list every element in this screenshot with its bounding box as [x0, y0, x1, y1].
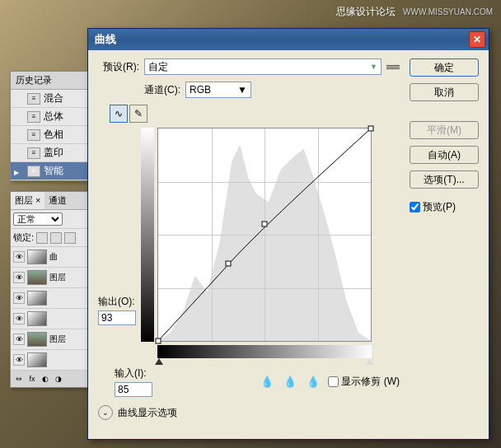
- watermark-text: 思缘设计论坛: [336, 6, 396, 17]
- curve-graph[interactable]: [157, 128, 372, 342]
- curve-point[interactable]: [368, 126, 374, 132]
- preset-value: 自定: [148, 60, 168, 74]
- curve-line: [158, 128, 371, 341]
- blend-mode[interactable]: 正常: [11, 210, 88, 228]
- tab-layers[interactable]: 图层 ×: [11, 192, 44, 209]
- black-point-handle[interactable]: [155, 358, 163, 365]
- visibility-icon[interactable]: 👁: [13, 251, 25, 263]
- layer-thumb[interactable]: [27, 250, 47, 264]
- layers-toolbar: ⇔ fx ◐ ◑: [11, 371, 88, 387]
- layer-row[interactable]: 👁: [11, 288, 88, 309]
- lock-label: 锁定:: [13, 231, 34, 244]
- layer-row[interactable]: 👁: [11, 350, 88, 371]
- watermark-site: WWW.MISSYUAN.COM: [403, 7, 493, 16]
- preset-label: 预设(R):: [98, 60, 139, 74]
- link-icon[interactable]: ⇔: [13, 373, 25, 385]
- visibility-icon[interactable]: 👁: [13, 292, 25, 304]
- white-eyedropper-icon[interactable]: 💧: [305, 375, 321, 390]
- layers-tabs: 图层 × 通道: [11, 192, 88, 210]
- layer-row[interactable]: 👁图层: [11, 329, 88, 350]
- channel-select[interactable]: RGB ▼: [185, 82, 251, 98]
- dialog-title: 曲线: [95, 32, 116, 47]
- curves-dialog: 曲线 ✕ 预设(R): 自定 ▼ 通道(C): RGB ▼ ∿ ✎: [87, 28, 489, 440]
- auto-button[interactable]: 自动(A): [410, 146, 479, 164]
- layers-panel: 图层 × 通道 正常 锁定: 👁曲 👁图层 👁 👁 👁图层 👁 ⇔ fx ◐ ◑: [10, 191, 89, 388]
- vertical-gradient: [141, 128, 154, 342]
- smooth-button: 平滑(M): [410, 121, 479, 139]
- curve-display-options: 曲线显示选项: [118, 406, 177, 420]
- history-tab-label: 历史记录: [16, 74, 52, 86]
- show-clipping-checkbox[interactable]: 显示修剪 (W): [328, 375, 400, 389]
- black-eyedropper-icon[interactable]: 💧: [259, 375, 275, 390]
- lock-transparent-icon[interactable]: [36, 232, 48, 244]
- preview-checkbox[interactable]: 预览(P): [410, 200, 479, 214]
- visibility-icon[interactable]: 👁: [13, 313, 25, 324]
- layer-thumb[interactable]: [27, 270, 47, 285]
- layer-thumb[interactable]: [27, 332, 47, 347]
- visibility-icon[interactable]: 👁: [13, 334, 25, 345]
- pencil-tool-button[interactable]: ✎: [129, 105, 147, 123]
- output-label: 输出(O):: [98, 295, 136, 309]
- adjustment-icon[interactable]: ◑: [53, 373, 64, 385]
- watermark: 思缘设计论坛 WWW.MISSYUAN.COM: [336, 5, 493, 19]
- chevron-down-icon: ▼: [370, 63, 377, 71]
- visibility-icon[interactable]: 👁: [13, 272, 25, 283]
- layer-thumb[interactable]: [27, 311, 47, 326]
- titlebar[interactable]: 曲线 ✕: [88, 29, 489, 50]
- cancel-button[interactable]: 取消: [410, 83, 479, 101]
- input-field[interactable]: 85: [115, 382, 152, 397]
- chevron-down-icon: ▼: [237, 84, 247, 96]
- output-field[interactable]: 93: [98, 310, 136, 325]
- layer-thumb[interactable]: [27, 352, 47, 367]
- layer-thumb[interactable]: [27, 291, 47, 306]
- layer-row[interactable]: 👁图层: [11, 268, 88, 288]
- white-point-handle[interactable]: [366, 358, 374, 365]
- input-label: 输入(I):: [115, 366, 152, 380]
- layer-row[interactable]: 👁曲: [11, 247, 88, 268]
- horizontal-gradient[interactable]: [157, 345, 372, 358]
- curve-point[interactable]: [226, 260, 232, 266]
- channel-label: 通道(C):: [144, 83, 180, 97]
- lock-paint-icon[interactable]: [50, 232, 62, 244]
- preset-menu-icon[interactable]: [386, 61, 400, 72]
- lock-move-icon[interactable]: [64, 232, 76, 244]
- channel-value: RGB: [190, 84, 211, 96]
- curve-point[interactable]: [156, 338, 162, 344]
- gray-eyedropper-icon[interactable]: 💧: [282, 375, 298, 390]
- expand-button[interactable]: ⌄: [98, 405, 113, 420]
- blend-mode-select[interactable]: 正常: [13, 212, 63, 226]
- curve-tool-button[interactable]: ∿: [110, 105, 128, 123]
- visibility-icon[interactable]: 👁: [13, 354, 25, 366]
- ok-button[interactable]: 确定: [410, 58, 479, 77]
- curve-point[interactable]: [262, 222, 268, 227]
- tab-channels[interactable]: 通道: [44, 192, 71, 209]
- fx-icon[interactable]: fx: [26, 373, 38, 385]
- mask-icon[interactable]: ◐: [40, 373, 51, 385]
- layers-lock-row: 锁定:: [11, 228, 88, 247]
- layer-row[interactable]: 👁: [11, 309, 88, 329]
- preset-select[interactable]: 自定 ▼: [144, 58, 382, 75]
- options-button[interactable]: 选项(T)...: [410, 170, 479, 189]
- close-button[interactable]: ✕: [469, 31, 485, 48]
